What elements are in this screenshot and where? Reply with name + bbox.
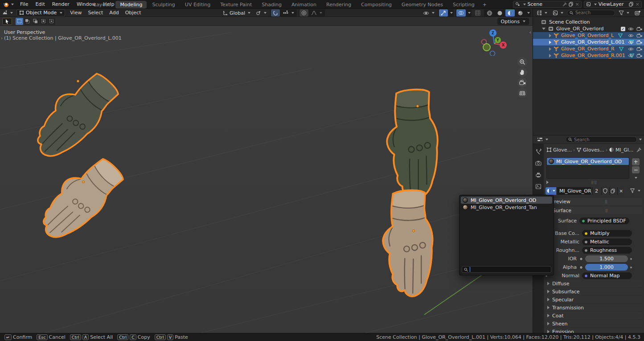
eye-icon[interactable] [628, 27, 634, 31]
ior-slider[interactable]: 1.500 [585, 255, 628, 262]
decorator-dot[interactable] [630, 267, 632, 268]
menu-view[interactable]: View [67, 9, 85, 17]
select-mode-invert[interactable] [40, 18, 47, 25]
remove-slot-button[interactable]: − [632, 166, 640, 173]
new-viewlayer-icon[interactable] [629, 2, 634, 7]
shading-solid-button[interactable] [495, 9, 505, 16]
panel-coat[interactable]: Coat [545, 312, 642, 319]
dropdown-search-input[interactable] [470, 267, 549, 272]
menu-object[interactable]: Object [122, 9, 144, 17]
fake-user-button[interactable] [601, 187, 608, 195]
outliner-display-mode[interactable] [535, 9, 549, 16]
eye-icon[interactable] [628, 53, 634, 58]
material-name-field[interactable]: MI_Glove_OR_Overl... [557, 187, 591, 195]
shading-material-button[interactable] [505, 9, 515, 16]
tab-render-icon[interactable] [535, 160, 541, 166]
toolbar-expand-arrow[interactable]: › [1, 36, 3, 41]
proportional-falloff-dropdown[interactable] [309, 9, 324, 16]
browse-material-button[interactable] [546, 187, 556, 195]
tab-uv-editing[interactable]: UV Editing [180, 1, 215, 8]
slot-list-resize[interactable]: ⣿⣿ [546, 180, 640, 185]
pan-button[interactable] [517, 67, 527, 77]
select-mode-intersect[interactable] [48, 18, 55, 25]
shading-rendered-button[interactable] [516, 9, 525, 16]
select-mode-extend[interactable] [24, 18, 31, 25]
panel-transmission[interactable]: Transmission [545, 304, 642, 311]
unlink-scene-icon[interactable]: × [575, 1, 579, 7]
eye-icon[interactable] [628, 40, 634, 45]
tab-shading[interactable]: Shading [257, 1, 286, 8]
material-slot-active[interactable]: MI_Glove_OR_Overlord_OD [547, 158, 629, 165]
gizmo-toggle[interactable] [439, 9, 448, 16]
outliner-row-scene-collection[interactable]: Scene Collection [533, 19, 644, 25]
tab-geometry-nodes[interactable]: Geometry Nodes [397, 1, 447, 8]
outliner-filter-button[interactable] [617, 9, 631, 16]
dropdown-search[interactable] [462, 266, 551, 273]
outliner-search-input[interactable] [575, 10, 612, 15]
breadcrumb-mesh[interactable]: Gloves... [583, 147, 604, 153]
new-collection-button[interactable] [633, 9, 642, 16]
tab-layout[interactable]: Layout [89, 1, 115, 8]
menu-select[interactable]: Select [85, 9, 106, 17]
properties-search-input[interactable] [574, 137, 634, 142]
gizmo-neg-y[interactable] [483, 44, 490, 51]
outliner-row-glove-l[interactable]: Glove_OR_Overlord_L [533, 32, 644, 39]
base-color-field[interactable]: Multiply [582, 230, 632, 237]
glove-object-bottom-right[interactable] [375, 186, 445, 303]
breadcrumb-material[interactable]: MI_Gl... [615, 147, 633, 153]
remove-viewlayer-icon[interactable]: × [636, 1, 640, 7]
panel-specular[interactable]: Specular [545, 296, 642, 303]
menu-render[interactable]: Render [49, 0, 73, 9]
camera-render-icon[interactable] [636, 47, 642, 51]
toggle-ortho-button[interactable] [517, 88, 527, 98]
camera-render-icon[interactable] [636, 27, 642, 31]
mode-selector[interactable]: Object Mode [16, 9, 65, 16]
proportional-edit-toggle[interactable] [299, 9, 308, 16]
decorator-dot[interactable] [630, 258, 632, 260]
disclosure-closed-icon[interactable] [549, 47, 551, 51]
overlays-toggle[interactable] [456, 9, 466, 16]
eye-icon[interactable] [628, 33, 634, 38]
chevron-down-icon[interactable] [639, 139, 642, 140]
breadcrumb-object[interactable]: Glove... [553, 147, 572, 153]
select-mode-set[interactable] [16, 18, 23, 25]
tab-output-icon[interactable] [535, 172, 541, 178]
disclosure-open-icon[interactable] [542, 28, 546, 30]
viewlayer-selector[interactable]: ViewLayer × [584, 1, 642, 8]
camera-view-button[interactable] [517, 78, 527, 87]
tab-modeling[interactable]: Modeling [115, 1, 147, 8]
grip-dots[interactable]: ⣿⣿ [591, 181, 597, 185]
tab-sculpting[interactable]: Sculpting [148, 1, 179, 8]
roughness-field[interactable]: Roughness [582, 247, 632, 254]
zoom-button[interactable] [517, 57, 527, 67]
material-users-button[interactable]: 2 [592, 187, 600, 195]
sidebar-expand-arrow[interactable]: ‹ [529, 29, 531, 35]
surface-panel-header[interactable]: Surface ⣿ [545, 207, 642, 214]
tab-scripting[interactable]: Scripting [448, 1, 479, 8]
properties-editor-type[interactable] [535, 136, 550, 143]
metallic-field[interactable]: Metallic [582, 238, 632, 245]
tab-tool-icon[interactable] [535, 148, 541, 155]
panel-subsurface[interactable]: Subsurface [545, 288, 642, 295]
blender-menu-button[interactable] [0, 1, 16, 8]
eye-icon[interactable] [628, 47, 634, 51]
transform-orientation-dropdown[interactable]: Global [221, 9, 252, 16]
add-workspace-button[interactable]: + [480, 2, 489, 8]
snap-target-dropdown[interactable] [281, 9, 296, 16]
xray-toggle[interactable] [473, 9, 482, 16]
tab-viewlayer-icon[interactable] [535, 184, 541, 189]
tab-rendering[interactable]: Rendering [322, 1, 356, 8]
disclosure-closed-icon[interactable] [549, 41, 551, 44]
active-tool-button[interactable] [2, 18, 12, 25]
properties-search[interactable] [566, 136, 637, 143]
camera-render-icon[interactable] [636, 40, 642, 45]
menu-add[interactable]: Add [106, 9, 122, 17]
select-mode-subtract[interactable] [32, 18, 39, 25]
visibility-dropdown[interactable] [421, 9, 436, 16]
collection-checkbox[interactable]: ✓ [621, 27, 625, 31]
tab-compositing[interactable]: Compositing [357, 1, 396, 8]
disclosure-closed-icon[interactable] [549, 34, 551, 37]
unlink-material-button[interactable]: × [617, 187, 624, 195]
outliner-row-glove-r[interactable]: Glove_OR_Overlord_R [533, 45, 644, 52]
dropdown-item-material-od[interactable]: MI_Glove_OR_Overlord_OD [461, 197, 552, 204]
